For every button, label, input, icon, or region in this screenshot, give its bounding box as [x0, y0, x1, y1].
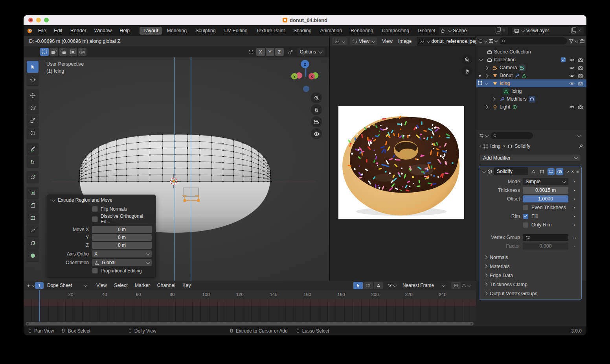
- dope-sheet-summary-channel[interactable]: [24, 300, 476, 306]
- pin-icon[interactable]: [578, 143, 583, 149]
- options-dropdown[interactable]: Options: [297, 48, 325, 56]
- tool-smooth[interactable]: [27, 250, 39, 261]
- region-collapse-icon[interactable]: ‹: [480, 143, 481, 149]
- factor-field[interactable]: 0.000: [523, 243, 568, 250]
- image-mode-dropdown[interactable]: View: [350, 37, 377, 45]
- only-selected-toggle[interactable]: [353, 282, 363, 289]
- outliner-row-donut[interactable]: Donut: [476, 72, 586, 79]
- editor-type-dropdown[interactable]: [26, 283, 35, 289]
- timeline-ruler[interactable]: 20406080100120140160180200220240: [24, 290, 476, 300]
- show-hidden-toggle[interactable]: [364, 282, 373, 289]
- tool-cursor[interactable]: [27, 74, 39, 85]
- mode-dropdown[interactable]: Simple: [523, 178, 568, 185]
- tool-move[interactable]: [27, 89, 39, 101]
- blender-logo-icon[interactable]: [27, 28, 33, 34]
- outliner-display-mode-dropdown[interactable]: [478, 38, 487, 44]
- hide-eye-icon[interactable]: [569, 104, 575, 110]
- outliner-search-input[interactable]: [499, 37, 567, 44]
- zoom-viewport-button[interactable]: [311, 92, 322, 103]
- outliner-row-scene-collection[interactable]: Scene Collection: [476, 48, 586, 56]
- tab-modeling[interactable]: Modeling: [163, 27, 191, 35]
- outliner-row-camera[interactable]: Camera: [476, 64, 586, 72]
- offset-slider[interactable]: 1.0000: [523, 195, 568, 202]
- filter-dropdown[interactable]: [387, 283, 396, 289]
- select-mode-invert-button[interactable]: [68, 48, 77, 56]
- image-datablock-selector[interactable]: donut_reference.jpeg: [417, 37, 481, 46]
- camera-view-button[interactable]: [311, 116, 322, 127]
- section-materials[interactable]: Materials: [479, 262, 581, 271]
- animate-dot-icon[interactable]: •: [571, 222, 578, 227]
- breadcrumb-modifier[interactable]: Solidify: [514, 143, 530, 149]
- delete-modifier-button[interactable]: ×: [570, 169, 575, 175]
- select-mode-intersect-button[interactable]: [78, 48, 86, 56]
- tab-shading[interactable]: Shading: [290, 27, 316, 35]
- modifier-extras-dropdown[interactable]: [566, 169, 570, 173]
- mirror-icon[interactable]: [248, 49, 254, 55]
- menu-ds-view[interactable]: View: [96, 283, 107, 288]
- outliner-funnel-dropdown[interactable]: [569, 38, 578, 44]
- disable-render-camera-icon[interactable]: [578, 104, 583, 110]
- tab-uv-editing[interactable]: UV Editing: [220, 27, 252, 35]
- mirror-z-button[interactable]: Z: [275, 48, 284, 56]
- dissolve-orthogonal-checkbox[interactable]: [92, 216, 98, 222]
- animate-dot-icon[interactable]: •: [571, 214, 578, 219]
- mirror-x-button[interactable]: X: [256, 48, 265, 56]
- modifier-name-field[interactable]: Solidify: [494, 167, 528, 175]
- orientation-dropdown[interactable]: Global: [92, 259, 152, 266]
- proportional-edit-keyframes-toggle[interactable]: [451, 282, 461, 289]
- snap-dropdown[interactable]: Nearest Frame: [399, 281, 448, 289]
- show-on-cage-toggle[interactable]: [530, 168, 537, 175]
- view-layer-selector[interactable]: ViewLayer ×: [512, 26, 584, 35]
- tool-annotate[interactable]: [27, 143, 39, 154]
- dope-sheet-mode-dropdown[interactable]: Dope Sheet: [37, 281, 90, 289]
- tab-layout[interactable]: Layout: [140, 27, 162, 35]
- show-in-render-toggle[interactable]: [556, 168, 563, 175]
- zoom-image-button[interactable]: [462, 54, 472, 64]
- section-output-vertex-groups[interactable]: Output Vertex Groups: [479, 289, 581, 298]
- menu-render[interactable]: Render: [66, 28, 90, 33]
- tab-geometry-nodes[interactable]: Geometry Nodes: [414, 27, 435, 35]
- pan-viewport-button[interactable]: [311, 104, 322, 115]
- menu-ds-select[interactable]: Select: [114, 283, 128, 288]
- section-edge-data[interactable]: Edge Data: [479, 271, 581, 280]
- outliner-row-icing-active[interactable]: Icing: [476, 79, 586, 87]
- collection-checkbox[interactable]: [560, 57, 566, 63]
- outliner-row-collection[interactable]: Collection: [476, 56, 586, 64]
- disable-render-camera-icon[interactable]: [578, 81, 583, 86]
- playhead[interactable]: [39, 290, 40, 322]
- add-modifier-dropdown[interactable]: Add Modifier: [480, 154, 581, 162]
- flip-normals-checkbox[interactable]: [92, 206, 98, 212]
- hide-eye-icon[interactable]: [569, 73, 575, 79]
- outliner-row-icing-data[interactable]: Icing: [476, 87, 586, 95]
- properties-options-icon[interactable]: [577, 133, 581, 137]
- animate-dot-icon[interactable]: •: [571, 205, 578, 210]
- tool-scale[interactable]: [27, 114, 39, 126]
- only-errors-toggle[interactable]: [374, 282, 383, 289]
- new-collection-icon[interactable]: [579, 38, 585, 44]
- orthographic-toggle-button[interactable]: [311, 128, 322, 139]
- new-scene-icon[interactable]: [496, 28, 500, 33]
- editor-type-button[interactable]: [332, 37, 347, 45]
- tool-loop-cut[interactable]: [27, 212, 39, 224]
- menu-ds-key[interactable]: Key: [182, 283, 191, 288]
- proportional-editing-icon[interactable]: [288, 49, 294, 55]
- only-rim-checkbox[interactable]: [523, 222, 529, 228]
- move-z-field[interactable]: 0 m: [92, 242, 152, 249]
- current-frame-badge[interactable]: 1: [35, 282, 44, 289]
- vertex-group-field[interactable]: [523, 234, 568, 241]
- tool-knife[interactable]: [27, 224, 39, 236]
- menu-ie-image[interactable]: Image: [398, 39, 412, 44]
- tab-rendering[interactable]: Rendering: [347, 27, 377, 35]
- animate-dot-icon[interactable]: •: [571, 179, 578, 184]
- menu-ds-channel[interactable]: Channel: [157, 283, 176, 288]
- tab-compositing[interactable]: Compositing: [378, 27, 413, 35]
- menu-window[interactable]: Window: [90, 28, 116, 33]
- proportional-editing-checkbox[interactable]: [92, 268, 98, 274]
- properties-editor-type-dropdown[interactable]: [479, 133, 488, 139]
- outliner-filter-dropdown[interactable]: [489, 38, 498, 44]
- select-mode-set-button[interactable]: [40, 48, 49, 56]
- show-in-edit-mode-toggle[interactable]: [538, 168, 546, 175]
- pan-image-button[interactable]: [462, 66, 472, 76]
- horizontal-scrollbar[interactable]: [26, 322, 474, 325]
- mirror-y-button[interactable]: Y: [266, 48, 274, 56]
